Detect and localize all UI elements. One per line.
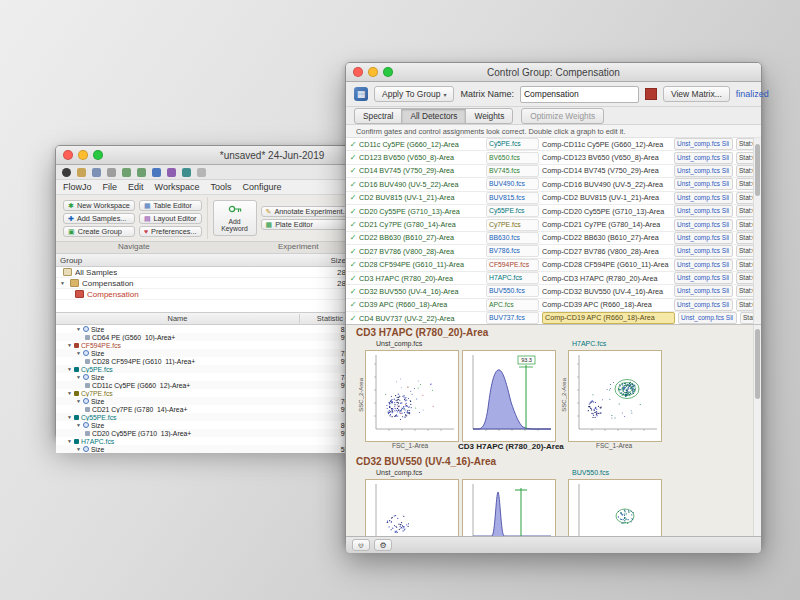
- gear-icon[interactable]: [197, 168, 206, 177]
- minimize-button[interactable]: [78, 150, 88, 160]
- unstained-chip[interactable]: Unst_comp.fcs Sli: [674, 219, 733, 231]
- detector-row[interactable]: ✓CD32 BUV550 (UV-4_16)-AreaBUV550.fcsCom…: [346, 285, 761, 298]
- gate-line[interactable]: [515, 488, 527, 536]
- unstained-chip[interactable]: Unst_comp.fcs Sli: [674, 259, 733, 271]
- control-file-chip[interactable]: BV745.fcs: [486, 165, 539, 177]
- close-button[interactable]: [353, 67, 363, 77]
- comp-sample-name[interactable]: Comp-CD20 Cy55PE (G710_13)-Area: [542, 207, 671, 216]
- print-button[interactable]: ⍹: [352, 539, 370, 551]
- detector-row[interactable]: ✓CD20 Cy55PE (G710_13)-AreaCy55PE.fcsCom…: [346, 205, 761, 218]
- menu-tools[interactable]: Tools: [210, 182, 231, 192]
- menu-edit[interactable]: Edit: [128, 182, 144, 192]
- control-file-chip[interactable]: Cy55PE.fcs: [486, 205, 539, 217]
- control-file-chip[interactable]: BUV737.fcs: [486, 312, 539, 324]
- unstained-chip[interactable]: Unst_comp.fcs Sli: [674, 285, 733, 297]
- name-column-header[interactable]: Name: [56, 314, 300, 323]
- menu-workspace[interactable]: Workspace: [155, 182, 200, 192]
- expander-icon[interactable]: ▼: [67, 438, 72, 444]
- detector-row[interactable]: ✓CD2 BUV815 (UV-1_21)-AreaBUV815.fcsComp…: [346, 192, 761, 205]
- control-file-chip[interactable]: BUV490.fcs: [486, 178, 539, 190]
- tab-optimize-weights[interactable]: Optimize Weights: [521, 108, 604, 124]
- unstained-chip[interactable]: Unst_comp.fcs Sli: [674, 245, 733, 257]
- layout-icon[interactable]: [167, 168, 176, 177]
- comp-sample-name[interactable]: Comp-CD28 CF594PE (G610_11)-Area: [542, 260, 671, 269]
- open-icon[interactable]: [77, 168, 86, 177]
- comp-sample-name[interactable]: Comp-CD2 BUV815 (UV-1_21)-Area: [542, 193, 671, 202]
- comp-sample-name[interactable]: Comp-CD16 BUV490 (UV-5_22)-Area: [542, 180, 671, 189]
- comp-sample-name[interactable]: Comp-CD22 BB630 (B610_27)-Area: [542, 233, 671, 242]
- table-icon[interactable]: [152, 168, 161, 177]
- expander-icon[interactable]: ▼: [67, 342, 72, 348]
- expander-icon[interactable]: ▼: [67, 366, 72, 372]
- control-file-chip[interactable]: APC.fcs: [486, 299, 539, 311]
- matrix-color-swatch[interactable]: [645, 88, 657, 100]
- tab-spectral[interactable]: Spectral: [354, 108, 402, 124]
- redo-icon[interactable]: [137, 168, 146, 177]
- control-file-chip[interactable]: BB630.fcs: [486, 232, 539, 244]
- unstained-chip[interactable]: Unst_comp.fcs Sli: [674, 178, 733, 190]
- expander-icon[interactable]: ▼: [76, 446, 81, 452]
- comp-sample-name[interactable]: Comp-CD27 BV786 (V800_28)-Area: [542, 247, 671, 256]
- menu-flowjo[interactable]: FlowJo: [63, 182, 92, 192]
- detector-row[interactable]: ✓CD39 APC (R660_18)-AreaAPC.fcsComp-CD39…: [346, 299, 761, 312]
- detector-row[interactable]: ✓CD11c Cy5PE (G660_12)-AreaCy5PE.fcsComp…: [346, 138, 761, 151]
- close-button[interactable]: [63, 150, 73, 160]
- expander-icon[interactable]: ▼: [76, 350, 81, 356]
- expander-icon[interactable]: ▼: [67, 390, 72, 396]
- comp-sample-name[interactable]: Comp-CD39 APC (R660_18)-Area: [542, 300, 671, 309]
- control-file-chip[interactable]: BV650.fcs: [486, 152, 539, 164]
- detector-row[interactable]: ✓CD4 BUV737 (UV-2_22)-AreaBUV737.fcsComp…: [346, 312, 761, 324]
- comp-sample-name[interactable]: Comp-CD14 BV745 (V750_29)-Area: [542, 166, 671, 175]
- control-titlebar[interactable]: Control Group: Compensation: [346, 63, 761, 82]
- compensation-histogram-plot[interactable]: 93.3: [462, 350, 556, 442]
- zoom-button[interactable]: [383, 67, 393, 77]
- detector-row[interactable]: ✓CD27 BV786 (V800_28)-AreaBV786.fcsComp-…: [346, 245, 761, 258]
- unstained-chip[interactable]: Unst_comp.fcs Sli: [674, 192, 733, 204]
- add-keyword-button[interactable]: Add Keyword: [213, 200, 257, 236]
- layout-editor-button[interactable]: ▤Layout Editor: [139, 213, 202, 224]
- detector-row[interactable]: ✓CD3 H7APC (R780_20)-AreaH7APC.fcsComp-C…: [346, 272, 761, 285]
- settings-button[interactable]: ⚙: [374, 539, 392, 551]
- expander-icon[interactable]: ▼: [67, 414, 72, 420]
- print-icon[interactable]: [107, 168, 116, 177]
- expander-icon[interactable]: ▼: [76, 326, 81, 332]
- tab-all-detectors[interactable]: All Detectors: [401, 108, 466, 124]
- new-workspace-button[interactable]: ✱New Workspace: [63, 200, 135, 211]
- unstained-scatter-plot[interactable]: [365, 479, 459, 536]
- unstained-chip[interactable]: Unst_comp.fcs Sli: [674, 272, 733, 284]
- menu-configure[interactable]: Configure: [242, 182, 281, 192]
- zoom-button[interactable]: [93, 150, 103, 160]
- plots-scrollbar[interactable]: [753, 325, 761, 536]
- undo-icon[interactable]: [122, 168, 131, 177]
- view-matrix-button[interactable]: View Matrix...: [663, 86, 730, 102]
- unstained-chip[interactable]: Unst_comp.fcs Sli: [674, 138, 733, 150]
- control-file-chip[interactable]: CF594PE.fcs: [486, 259, 539, 271]
- expander-icon[interactable]: ▼: [76, 422, 81, 428]
- control-file-chip[interactable]: BV786.fcs: [486, 245, 539, 257]
- unstained-chip[interactable]: Unst_comp.fcs Sli: [674, 165, 733, 177]
- matrix-name-input[interactable]: [520, 86, 639, 103]
- unstained-chip[interactable]: Unst_comp.fcs Sli: [674, 152, 733, 164]
- comp-sample-name[interactable]: Comp-CD11c Cy5PE (G660_12)-Area: [542, 140, 671, 149]
- annotate-experiment-button[interactable]: ✎Annotate Experiment...: [261, 206, 354, 217]
- comp-sample-name[interactable]: Comp-CD19 APC (R660_18)-Area: [542, 312, 675, 324]
- minimize-button[interactable]: [368, 67, 378, 77]
- create-group-button[interactable]: ▣Create Group: [63, 226, 135, 237]
- detector-row[interactable]: ✓CD123 BV650 (V650_8)-AreaBV650.fcsComp-…: [346, 151, 761, 164]
- scrollbar-thumb[interactable]: [755, 144, 760, 196]
- comp-sample-name[interactable]: Comp-CD3 H7APC (R780_20)-Area: [542, 274, 671, 283]
- expander-icon[interactable]: ▼: [60, 280, 65, 286]
- control-file-chip[interactable]: H7APC.fcs: [486, 272, 539, 284]
- unstained-chip[interactable]: Unst_comp.fcs Sli: [678, 312, 737, 324]
- comp-sample-name[interactable]: Comp-CD32 BUV550 (UV-4_16)-Area: [542, 287, 671, 296]
- comp-sample-name[interactable]: Comp-CD123 BV650 (V650_8)-Area: [542, 153, 671, 162]
- save-icon[interactable]: [92, 168, 101, 177]
- detector-row[interactable]: ✓CD22 BB630 (B610_27)-AreaBB630.fcsComp-…: [346, 232, 761, 245]
- unstained-chip[interactable]: Unst_comp.fcs Sli: [674, 232, 733, 244]
- tab-weights[interactable]: Weights: [465, 108, 513, 124]
- stained-scatter-plot[interactable]: [568, 350, 662, 442]
- add-samples-button[interactable]: ✚Add Samples...: [63, 213, 135, 224]
- detector-scrollbar[interactable]: [753, 138, 761, 324]
- detector-row[interactable]: ✓CD14 BV745 (V750_29)-AreaBV745.fcsComp-…: [346, 165, 761, 178]
- unstained-chip[interactable]: Unst_comp.fcs Sli: [674, 205, 733, 217]
